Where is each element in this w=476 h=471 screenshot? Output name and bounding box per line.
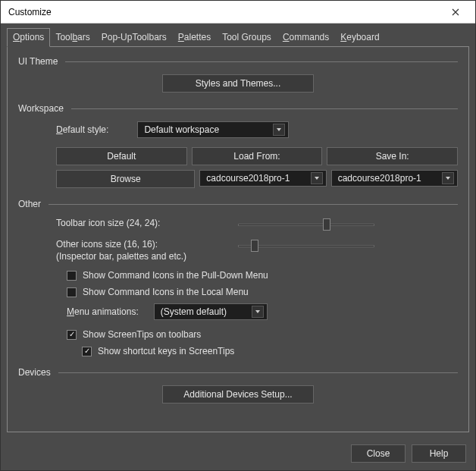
titlebar: Customize: [1, 1, 475, 24]
menu-animations-value: (System default): [161, 306, 227, 317]
other-icons-size-label: Other icons size (16, 16): (Inspector ba…: [56, 238, 230, 262]
tab-commands[interactable]: Commands: [277, 28, 335, 47]
toolbar-icon-size-label: Toolbar icon size (24, 24):: [56, 217, 230, 229]
menu-animations-label: Menu animations:: [67, 306, 139, 317]
help-button[interactable]: Help: [412, 444, 466, 463]
show-shortcut-keys-label: Show shortcut keys in ScreenTips: [98, 346, 234, 356]
show-cmd-local-checkbox[interactable]: [67, 287, 77, 297]
tab-options[interactable]: Options: [7, 28, 50, 47]
section-devices: Devices Additional Devices Setup...: [18, 367, 458, 403]
divider: [65, 61, 458, 62]
save-in-select[interactable]: cadcourse2018pro-1: [331, 170, 458, 187]
tab-popuptoolbars[interactable]: Pop-UpToolbars: [96, 28, 173, 47]
show-cmd-pulldown-label: Show Command Icons in the Pull-Down Menu: [83, 270, 268, 281]
show-cmd-pulldown-checkbox[interactable]: [67, 271, 77, 281]
close-icon: [452, 8, 459, 16]
section-ui-theme: UI Theme Styles and Themes...: [18, 56, 458, 93]
divider: [58, 372, 458, 373]
dropdown-arrow-icon: [273, 124, 285, 136]
default-style-value: Default workspace: [144, 124, 219, 135]
slider-track: [238, 245, 374, 247]
tab-palettes[interactable]: Palettes: [172, 28, 217, 47]
default-style-label: Default style:: [56, 124, 108, 135]
tab-toolgroups[interactable]: Tool Groups: [216, 28, 277, 47]
tab-toolbars[interactable]: Toolbars: [49, 28, 96, 47]
dropdown-arrow-icon: [442, 172, 454, 184]
window-close-button[interactable]: [440, 2, 471, 23]
divider: [49, 204, 458, 205]
load-from-value: cadcourse2018pro-1: [206, 173, 290, 184]
styles-and-themes-button[interactable]: Styles and Themes...: [162, 74, 314, 93]
toolbar-icon-size-slider[interactable]: [238, 218, 374, 231]
browse-button[interactable]: Browse: [56, 170, 195, 188]
section-other: Other Toolbar icon size (24, 24): Other …: [18, 199, 458, 356]
slider-thumb[interactable]: [251, 240, 258, 252]
customize-dialog: Customize Options Toolbars Pop-UpToolbar…: [0, 0, 476, 471]
section-title-other: Other: [18, 199, 41, 209]
show-screentips-label: Show ScreenTips on toolbars: [83, 329, 201, 340]
additional-devices-button[interactable]: Additional Devices Setup...: [162, 385, 314, 403]
section-title-devices: Devices: [18, 367, 51, 378]
dropdown-arrow-icon: [252, 306, 264, 318]
section-workspace: Workspace Default style: Default workspa…: [18, 103, 458, 188]
dialog-footer: Close Help: [1, 438, 475, 470]
tab-keyboard[interactable]: Keyboard: [334, 28, 385, 47]
slider-track: [238, 224, 374, 226]
default-style-select[interactable]: Default workspace: [137, 121, 289, 138]
load-from-button[interactable]: Load From:: [192, 147, 323, 165]
slider-thumb[interactable]: [323, 218, 330, 231]
other-icons-size-slider[interactable]: [238, 240, 374, 252]
load-from-select[interactable]: cadcourse2018pro-1: [199, 170, 326, 187]
default-button[interactable]: Default: [56, 147, 187, 165]
save-in-value: cadcourse2018pro-1: [338, 173, 421, 184]
dropdown-arrow-icon: [311, 172, 323, 184]
close-button[interactable]: Close: [351, 444, 406, 463]
show-screentips-checkbox[interactable]: ✓: [67, 330, 77, 340]
section-title-workspace: Workspace: [18, 103, 64, 114]
window-title: Customize: [8, 7, 52, 17]
show-shortcut-keys-checkbox[interactable]: ✓: [82, 347, 92, 356]
options-panel: UI Theme Styles and Themes... Workspace …: [7, 46, 469, 432]
tabbar: Options Toolbars Pop-UpToolbars Palettes…: [1, 24, 475, 47]
section-title-ui-theme: UI Theme: [18, 56, 58, 67]
divider: [71, 108, 458, 109]
show-cmd-local-label: Show Command Icons in the Local Menu: [83, 287, 249, 297]
save-in-button[interactable]: Save In:: [327, 147, 458, 165]
menu-animations-select[interactable]: (System default): [154, 303, 268, 320]
